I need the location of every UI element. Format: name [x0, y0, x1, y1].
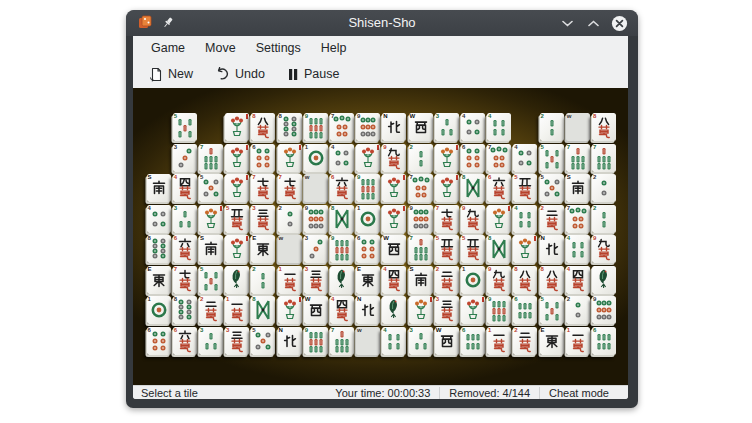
tile-bamboo-5[interactable]: 5: [199, 266, 223, 294]
tile-circle-7[interactable]: 7: [330, 113, 354, 141]
tile-character-1[interactable]: 1: [566, 327, 590, 355]
title-bar[interactable]: Shisen-Sho: [126, 10, 638, 36]
tile-bamboo-6[interactable]: 6: [461, 327, 485, 355]
tile-bamboo-8[interactable]: 8: [487, 235, 511, 263]
tile-bamboo-4[interactable]: 4: [487, 113, 511, 141]
tile-circle-9[interactable]: 9: [409, 205, 433, 233]
tile-wind-south[interactable]: S: [566, 174, 590, 202]
tile-season[interactable]: [435, 144, 459, 172]
tile-bamboo-6[interactable]: 6: [513, 296, 537, 324]
tile-character-1[interactable]: 1: [225, 296, 249, 324]
tile-wind-south[interactable]: S: [147, 174, 171, 202]
tile-wind-east[interactable]: E: [251, 235, 275, 263]
tile-bamboo-7[interactable]: 7: [199, 144, 223, 172]
tile-circle-5[interactable]: 5: [199, 174, 223, 202]
tile-circle-5[interactable]: 5: [251, 327, 275, 355]
tile-wind-west[interactable]: W: [435, 327, 459, 355]
tile-flower[interactable]: [382, 174, 406, 202]
tile-bamboo-7[interactable]: 7: [330, 327, 354, 355]
menu-item-game[interactable]: Game: [141, 38, 195, 58]
tile-wind-west[interactable]: W: [409, 113, 433, 141]
menu-item-move[interactable]: Move: [195, 38, 246, 58]
tile-circle-9[interactable]: 9: [356, 113, 380, 141]
tile-bamboo-7[interactable]: 7: [566, 144, 590, 172]
tile-bamboo-3[interactable]: 3: [173, 205, 197, 233]
tile-circle-2[interactable]: 2: [592, 174, 616, 202]
tile-character-8[interactable]: 8: [592, 113, 616, 141]
tile-circle-1[interactable]: 1: [356, 205, 380, 233]
tile-flower[interactable]: [356, 144, 380, 172]
tile-circle-3[interactable]: 3: [173, 144, 197, 172]
tile-white-dragon-blank[interactable]: w: [304, 174, 328, 202]
tile-flower[interactable]: [225, 113, 249, 141]
tile-bamboo-4[interactable]: 4: [382, 327, 406, 355]
tile-circle-3[interactable]: 3: [304, 235, 328, 263]
tile-character-4[interactable]: 4: [173, 174, 197, 202]
tile-circle-1[interactable]: 1: [147, 296, 171, 324]
tile-wind-north[interactable]: N: [382, 113, 406, 141]
tile-character-9[interactable]: 9: [592, 235, 616, 263]
tile-character-4[interactable]: 4: [382, 266, 406, 294]
tile-character-9[interactable]: 9: [461, 205, 485, 233]
tile-bamboo-8[interactable]: 8: [251, 296, 275, 324]
pause-button[interactable]: Pause: [279, 63, 347, 85]
tile-circle-7[interactable]: 7: [487, 144, 511, 172]
tile-circle-5[interactable]: 5: [540, 174, 564, 202]
tile-bamboo-8[interactable]: 8: [461, 174, 485, 202]
tile-flower[interactable]: [225, 235, 249, 263]
tile-wind-west[interactable]: W: [304, 296, 328, 324]
tile-character-2[interactable]: 2: [540, 205, 564, 233]
tile-character-8[interactable]: 8: [540, 266, 564, 294]
tile-bamboo-1-bird[interactable]: [330, 266, 354, 294]
tile-character-9[interactable]: 9: [487, 266, 511, 294]
tile-wind-south[interactable]: S: [409, 266, 433, 294]
chevron-down-icon[interactable]: [558, 14, 576, 32]
menu-item-help[interactable]: Help: [311, 38, 357, 58]
tile-bamboo-1-bird[interactable]: [382, 296, 406, 324]
tile-circle-6[interactable]: 6: [147, 327, 171, 355]
tile-bamboo-3[interactable]: 3: [199, 327, 223, 355]
tile-flower[interactable]: [435, 174, 459, 202]
tile-character-2[interactable]: 2: [199, 296, 223, 324]
tile-wind-east[interactable]: E: [147, 266, 171, 294]
tile-character-5[interactable]: 5: [225, 205, 249, 233]
tile-circle-2[interactable]: 2: [566, 296, 590, 324]
tile-bamboo-6[interactable]: 6: [592, 327, 616, 355]
tile-bamboo-9[interactable]: 9: [304, 113, 328, 141]
tile-bamboo-3[interactable]: 3: [435, 113, 459, 141]
tile-season[interactable]: [513, 235, 537, 263]
tile-character-7[interactable]: 7: [278, 174, 302, 202]
tile-circle-6[interactable]: 6: [461, 144, 485, 172]
tile-flower[interactable]: [382, 205, 406, 233]
tile-character-6[interactable]: 6: [173, 235, 197, 263]
tile-character-8[interactable]: 8: [251, 113, 275, 141]
tile-season[interactable]: [278, 144, 302, 172]
tile-bamboo-9[interactable]: 9: [304, 327, 328, 355]
tile-bamboo-7[interactable]: 7: [409, 235, 433, 263]
tile-bamboo-5[interactable]: 5: [540, 144, 564, 172]
tile-character-3[interactable]: 3: [225, 327, 249, 355]
tile-character-5[interactable]: 5: [435, 235, 459, 263]
tile-flower[interactable]: [461, 296, 485, 324]
tile-character-4[interactable]: 4: [330, 296, 354, 324]
tile-bamboo-7[interactable]: 7: [592, 144, 616, 172]
tile-wind-north[interactable]: N: [540, 235, 564, 263]
tile-wind-north[interactable]: N: [278, 327, 302, 355]
tile-character-3[interactable]: 3: [251, 205, 275, 233]
tile-circle-6[interactable]: 6: [356, 235, 380, 263]
tile-bamboo-1-bird[interactable]: [592, 266, 616, 294]
tile-circle-9[interactable]: 9: [304, 205, 328, 233]
tile-circle-6[interactable]: 6: [251, 144, 275, 172]
tile-character-7[interactable]: 7: [435, 205, 459, 233]
tile-bamboo-9[interactable]: 9: [487, 296, 511, 324]
tile-character-4[interactable]: 4: [566, 266, 590, 294]
tile-character-9[interactable]: 9: [382, 144, 406, 172]
tile-flower[interactable]: [225, 144, 249, 172]
tile-circle-7[interactable]: 7: [409, 174, 433, 202]
tile-character-1[interactable]: 1: [278, 266, 302, 294]
chevron-up-icon[interactable]: [584, 14, 602, 32]
tile-circle-8[interactable]: 8: [147, 235, 171, 263]
tile-bamboo-2[interactable]: 2: [540, 113, 564, 141]
tile-bamboo-1-bird[interactable]: [225, 266, 249, 294]
tile-circle-4[interactable]: 4: [330, 144, 354, 172]
